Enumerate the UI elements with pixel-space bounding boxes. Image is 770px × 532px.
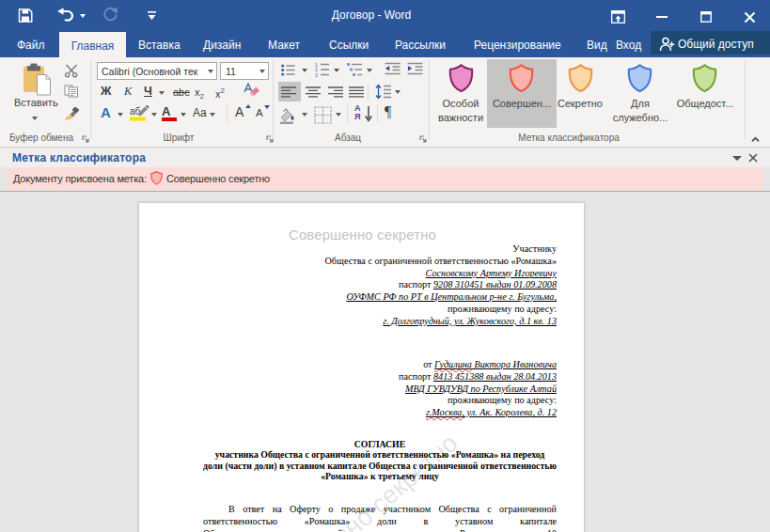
svg-text:3: 3	[315, 72, 318, 78]
